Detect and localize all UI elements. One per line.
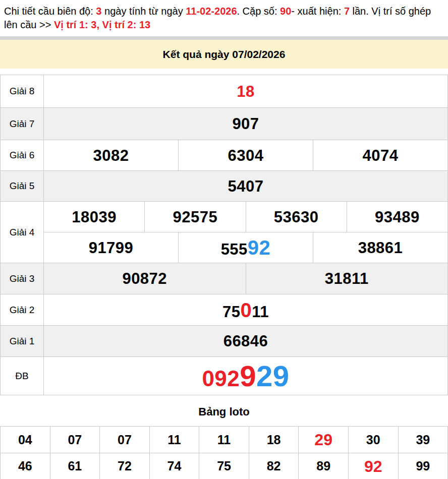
loto-number: 74 [167,460,182,472]
prize-value-highlight-red-large: 9 [240,360,256,392]
loto-number-highlight: 92 [364,458,382,474]
loto-cell: 39 [398,427,448,453]
prize-row-giai-2: Giải 2 75011 [1,294,447,325]
note-text: - xuất hiện: [291,6,344,17]
loto-number: 18 [267,434,281,446]
loto-number: 99 [416,460,430,472]
prize-value: 5407 [228,178,264,194]
note-text: . Cặp số: [237,6,281,17]
loto-table: 04 07 07 11 11 18 29 30 39 46 61 72 74 7… [0,426,448,479]
prize-value: 92575 [173,209,218,225]
prize-label-giai-7: Giải 7 [1,108,44,140]
loto-cell: 89 [298,453,348,479]
prize-cell: 3082 [44,140,178,170]
loto-cell: 30 [348,427,398,453]
note-text: ngày tính từ ngày [101,6,186,17]
prize-value-highlight: 0 [240,299,252,321]
prize-value-highlight: 92 [248,236,271,259]
prize-value: 4074 [363,148,399,163]
prize-cell: 6304 [178,140,313,170]
loto-number: 72 [118,460,132,472]
loto-number: 07 [118,434,132,446]
prize-value: 3082 [93,148,129,163]
prize-cell: 38861 [313,232,447,263]
prize-value: 907 [232,116,259,132]
loto-cell: 75 [199,453,249,479]
loto-cell: 07 [99,427,149,453]
loto-number: 75 [217,460,231,472]
prize-value: 66846 [223,333,268,349]
prize-label-giai-5: Giải 5 [1,171,44,201]
note-text: Chi tiết cầu biên độ: [4,6,96,17]
loto-cell: 99 [398,453,448,479]
divider-bar [0,36,448,40]
prize-value: 092929 [202,362,289,391]
loto-cell: 18 [249,427,299,453]
loto-number: 07 [68,434,82,446]
loto-row-1: 04 07 07 11 11 18 29 30 39 [1,427,447,453]
loto-cell: 61 [50,453,100,479]
result-date-banner: Kết quả ngày 07/02/2026 [0,40,448,69]
prize-label-giai-8: Giải 8 [1,75,44,107]
loto-cell: 74 [149,453,199,479]
prize-label-giai-6: Giải 6 [1,140,44,170]
prize-row-giai-6: Giải 6 3082 6304 4074 [1,140,447,170]
prize-results-table: Giải 8 18 Giải 7 907 Giải 6 3082 6304 40… [0,75,448,395]
note-highlight-pair: 90 [280,6,291,17]
prize-cell: 18039 [44,202,144,232]
prize-value: 53630 [274,209,319,225]
loto-cell: 11 [199,427,249,453]
loto-number: 82 [267,460,281,472]
prize-cell: 93489 [347,202,447,232]
prize-value: 18039 [72,209,117,225]
cau-detail-note: Chi tiết cầu biên độ: 3 ngày tính từ ngà… [0,0,448,35]
prize-label-giai-3: Giải 3 [1,263,44,294]
result-date-title: Kết quả ngày 07/02/2026 [163,48,286,61]
loto-cell: 72 [99,453,149,479]
note-highlight-date: 11-02-2026 [186,6,237,17]
loto-number: 46 [18,460,32,472]
prize-row-giai-1: Giải 1 66846 [1,325,447,356]
prize-cell: 5407 [44,171,447,201]
prize-value: 93489 [375,209,420,225]
page: Chi tiết cầu biên độ: 3 ngày tính từ ngà… [0,0,448,479]
prize-row-giai-4: Giải 4 18039 92575 53630 93489 91799 555… [1,201,447,263]
prize-cell: 4074 [313,140,447,170]
loto-cell: 82 [249,453,299,479]
loto-number-highlight: 29 [314,432,332,448]
note-highlight-positions: Vị trí 1: 3, Vị trí 2: 13 [54,19,150,30]
prize-value: 55592 [221,237,271,258]
prize-cell: 53630 [246,202,347,232]
prize-cell: 75011 [44,294,447,325]
prize-label-dac-biet: ĐB [1,357,44,395]
prize-cell: 18 [44,75,447,107]
prize-label-giai-1: Giải 1 [1,326,44,356]
prize-value-part: 555 [221,241,248,258]
loto-row-2: 46 61 72 74 75 82 89 92 99 [1,453,447,479]
loto-cell: 92 [348,453,398,479]
loto-cell: 29 [298,427,348,453]
prize-cell: 907 [44,108,447,140]
prize-row-giai-3: Giải 3 90872 31811 [1,263,447,294]
prize-label-giai-4: Giải 4 [1,202,44,263]
prize-cell: 91799 [44,232,178,263]
prize-row-dac-biet: ĐB 092929 [1,356,447,395]
prize-row-giai-8: Giải 8 18 [1,75,447,107]
loto-cell: 07 [50,427,100,453]
prize-label-giai-2: Giải 2 [1,294,44,325]
loto-number: 11 [217,434,231,446]
loto-number: 39 [416,434,430,446]
prize-row-giai-5: Giải 5 5407 [1,170,447,201]
loto-number: 30 [366,434,380,446]
prize-value: 75011 [222,300,269,320]
loto-cell: 46 [1,453,50,479]
prize-cell: 092929 [44,357,447,395]
prize-cell: 66846 [44,326,447,356]
note-highlight-count: 7 [344,6,350,17]
loto-cell: 11 [149,427,199,453]
prize-value: 18 [237,84,254,99]
loto-cell: 04 [1,427,50,453]
loto-table-title: Bảng loto [0,405,448,418]
loto-number: 11 [167,434,181,446]
prize-value-part: 11 [252,303,269,321]
